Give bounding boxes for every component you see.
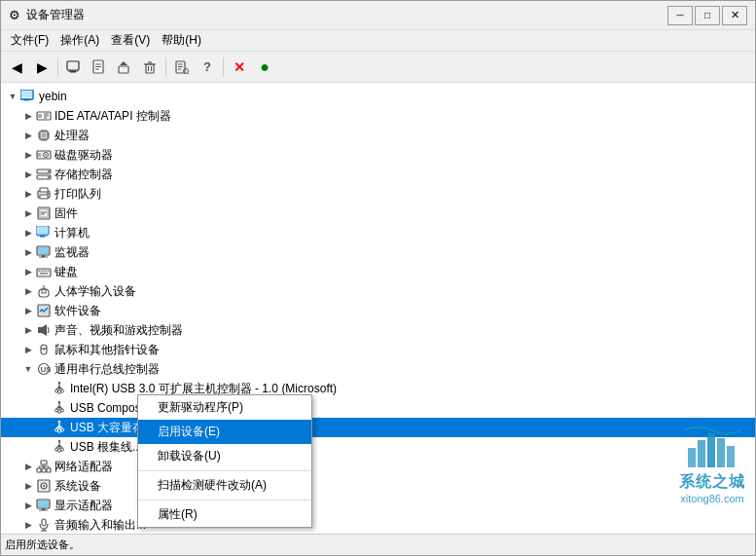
- context-properties[interactable]: 属性(R): [138, 502, 311, 527]
- menu-help[interactable]: 帮助(H): [156, 30, 207, 51]
- disk-icon: [36, 147, 52, 163]
- tree-item-usb-mass[interactable]: ▶ USB 大容量存储设备: [1, 418, 755, 437]
- uninstall-btn[interactable]: [138, 56, 162, 79]
- svg-rect-23: [21, 91, 32, 98]
- tree-item-processor[interactable]: ▶: [1, 126, 755, 145]
- print-icon: [36, 186, 52, 202]
- forward-button[interactable]: ▶: [30, 56, 54, 79]
- toolbar-separator-3: [223, 57, 224, 77]
- disk-label: 磁盘驱动器: [54, 147, 113, 164]
- tree-item-hid[interactable]: ▶ 人体学输入设备: [1, 281, 755, 301]
- toolbar-separator-2: [165, 57, 166, 77]
- tree-item-usb-root[interactable]: ▶ USB 根集线...: [1, 437, 755, 457]
- computer-label: 计算机: [54, 225, 90, 241]
- minimize-button[interactable]: ─: [667, 6, 693, 25]
- add-green-btn[interactable]: ●: [253, 56, 276, 79]
- svg-rect-72: [40, 273, 48, 275]
- watermark-text: 系统之城: [679, 472, 745, 493]
- toolbar-separator-1: [57, 57, 58, 77]
- tree-root[interactable]: ▼ yebin: [1, 87, 755, 106]
- uninstall-icon: [143, 60, 157, 74]
- delete-red-btn[interactable]: ✕: [228, 56, 251, 79]
- print-expand-icon: ▶: [20, 186, 36, 202]
- menu-action[interactable]: 操作(A): [54, 30, 105, 51]
- usb-root-label: USB 根集线...: [70, 439, 142, 456]
- watermark-url: xitong86.com: [680, 493, 743, 504]
- context-scan-hardware[interactable]: 扫描检测硬件改动(A): [138, 473, 311, 498]
- maximize-button[interactable]: □: [695, 6, 720, 25]
- svg-rect-103: [47, 468, 51, 472]
- computer-icon-btn[interactable]: [62, 56, 86, 79]
- usb-controller-expand-icon: ▼: [20, 361, 36, 377]
- tree-item-audio-input[interactable]: ▶ 音频输入和输出...: [1, 515, 755, 534]
- svg-line-19: [188, 73, 189, 74]
- hid-icon: [36, 283, 52, 299]
- menu-file[interactable]: 文件(F): [5, 30, 54, 51]
- svg-rect-116: [42, 519, 46, 526]
- storage-expand-icon: ▶: [20, 167, 36, 182]
- system-icon: [36, 478, 52, 494]
- svg-point-84: [58, 382, 60, 384]
- svg-rect-77: [38, 327, 42, 333]
- disk-expand-icon: ▶: [20, 147, 36, 163]
- svg-rect-95: [58, 429, 61, 432]
- update-driver-btn[interactable]: [113, 56, 136, 79]
- menu-view[interactable]: 查看(V): [105, 30, 156, 51]
- ide-expand-icon: ▶: [20, 108, 36, 124]
- main-content: ▼ yebin ▶: [1, 83, 755, 534]
- tree-item-disk[interactable]: ▶ 磁盘驱动器: [1, 145, 755, 165]
- usb-composite-icon: [52, 400, 67, 416]
- status-text: 启用所选设备。: [5, 537, 80, 552]
- network-label: 网络适配器: [54, 459, 113, 475]
- root-label: yebin: [39, 90, 67, 103]
- tree-item-monitor[interactable]: ▶ 监视器: [1, 242, 755, 262]
- device-tree[interactable]: ▼ yebin ▶: [1, 83, 755, 534]
- processor-expand-icon: ▶: [20, 128, 36, 143]
- close-button[interactable]: ✕: [722, 6, 747, 25]
- svg-rect-122: [717, 438, 725, 467]
- tree-item-audio[interactable]: ▶ 声音、视频和游戏控制器: [1, 320, 755, 340]
- title-icon: ⚙: [9, 8, 20, 22]
- help-btn[interactable]: ?: [196, 56, 219, 79]
- tree-item-software[interactable]: ▶ 软件设备: [1, 301, 755, 320]
- tree-item-computer[interactable]: ▶ 计算机: [1, 223, 755, 242]
- monitor-icon: [36, 244, 52, 260]
- tree-item-firmware[interactable]: ▶ 固件: [1, 204, 755, 223]
- title-bar: ⚙ 设备管理器 ─ □ ✕: [1, 1, 755, 30]
- tree-item-display[interactable]: ▶ 显示适配器: [1, 496, 755, 515]
- tree-item-storage[interactable]: ▶ 存储控制器: [1, 165, 755, 184]
- watermark-logo-icon: [683, 419, 741, 472]
- svg-rect-99: [58, 449, 61, 452]
- network-expand-icon: ▶: [20, 459, 36, 474]
- svg-rect-46: [38, 153, 41, 157]
- audio-input-icon: [36, 517, 52, 533]
- tree-item-network[interactable]: ▶ 网络适配器: [1, 457, 755, 476]
- tree-item-intel-usb[interactable]: ▶ Intel(R) USB 3.0 可扩展主机控制器 - 1.0 (Micro…: [1, 379, 755, 398]
- storage-icon: [36, 167, 52, 182]
- audio-expand-icon: ▶: [20, 322, 36, 338]
- title-text: 设备管理器: [26, 7, 667, 23]
- back-button[interactable]: ◀: [5, 56, 28, 79]
- tree-item-usb-composite[interactable]: ▶ USB Composite Device: [1, 398, 755, 418]
- svg-rect-119: [688, 448, 696, 467]
- scan-icon: [175, 60, 189, 74]
- usb-controller-icon: USB: [36, 361, 52, 377]
- context-uninstall-device[interactable]: 卸载设备(U): [138, 444, 311, 468]
- audio-input-label: 音频输入和输出...: [54, 517, 146, 534]
- software-label: 软件设备: [54, 303, 101, 319]
- tree-item-mouse[interactable]: ▶ 鼠标和其他指针设备: [1, 340, 755, 359]
- tree-item-ide[interactable]: ▶ IDE ATA/ATAPI 控制器: [1, 106, 755, 126]
- tree-item-print[interactable]: ▶ 打印队列: [1, 184, 755, 204]
- tree-item-usb-controller[interactable]: ▼ USB 通用串行总线控制器: [1, 359, 755, 379]
- context-enable-device[interactable]: 启用设备(E): [138, 420, 311, 444]
- status-bar: 启用所选设备。: [1, 534, 755, 555]
- properties-btn[interactable]: [88, 56, 111, 79]
- context-update-driver[interactable]: 更新驱动程序(P): [138, 395, 311, 420]
- tree-item-system[interactable]: ▶ 系统设备: [1, 476, 755, 496]
- monitor-expand-icon: ▶: [20, 244, 36, 260]
- svg-rect-25: [38, 114, 42, 118]
- svg-point-111: [43, 485, 45, 487]
- display-expand-icon: ▶: [20, 498, 36, 513]
- scan-btn[interactable]: [170, 56, 194, 79]
- tree-item-keyboard[interactable]: ▶ 键盘: [1, 262, 755, 281]
